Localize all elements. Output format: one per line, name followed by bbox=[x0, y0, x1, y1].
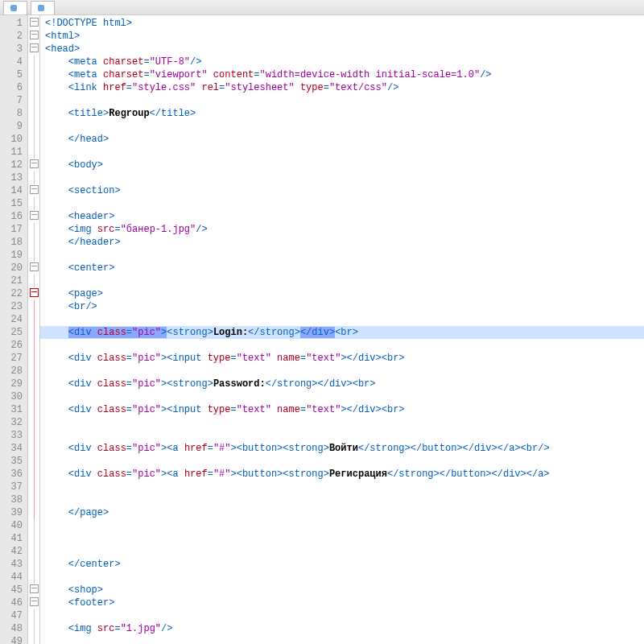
line-number: 28 bbox=[0, 365, 27, 378]
code-line[interactable]: <div class="pic"><input type="text" name… bbox=[40, 403, 644, 416]
tab-bar bbox=[0, 0, 644, 15]
code-line[interactable] bbox=[40, 493, 644, 506]
code-line[interactable]: <shop> bbox=[40, 584, 644, 597]
code-line-highlighted[interactable]: <div class="pic"><strong>Login:</strong>… bbox=[40, 326, 644, 339]
line-number: 32 bbox=[0, 416, 27, 429]
fold-cell bbox=[28, 545, 39, 558]
line-number: 18 bbox=[0, 236, 27, 249]
code-line[interactable]: <html> bbox=[40, 30, 644, 43]
line-number: 10 bbox=[0, 133, 27, 146]
line-number: 39 bbox=[0, 506, 27, 519]
fold-cell bbox=[28, 107, 39, 120]
code-line[interactable]: </head> bbox=[40, 133, 644, 146]
code-line[interactable]: </page> bbox=[40, 506, 644, 519]
code-line[interactable]: <page> bbox=[40, 287, 644, 300]
line-number: 2 bbox=[0, 30, 27, 43]
code-line[interactable]: <body> bbox=[40, 159, 644, 171]
fold-toggle-icon[interactable] bbox=[30, 159, 39, 168]
fold-cell bbox=[28, 249, 39, 262]
fold-cell bbox=[28, 326, 39, 339]
code-line[interactable]: </header> bbox=[40, 236, 644, 249]
code-line[interactable]: </center> bbox=[40, 558, 644, 571]
fold-toggle-icon[interactable] bbox=[30, 288, 39, 297]
line-number: 12 bbox=[0, 159, 27, 171]
fold-cell bbox=[28, 94, 39, 107]
fold-cell bbox=[28, 56, 39, 68]
code-line[interactable]: <img src="1.jpg"/> bbox=[40, 622, 644, 635]
code-line[interactable]: <head> bbox=[40, 43, 644, 56]
code-line[interactable] bbox=[40, 197, 644, 210]
code-line[interactable]: <div class="pic"><input type="text" name… bbox=[40, 352, 644, 365]
fold-cell bbox=[28, 159, 39, 171]
fold-cell bbox=[28, 287, 39, 300]
code-line[interactable]: <img src="банер-1.jpg"/> bbox=[40, 223, 644, 236]
code-line[interactable] bbox=[40, 481, 644, 493]
line-number: 30 bbox=[0, 390, 27, 403]
fold-toggle-icon[interactable] bbox=[30, 43, 39, 52]
code-line[interactable] bbox=[40, 609, 644, 622]
code-line[interactable] bbox=[40, 519, 644, 532]
code-line[interactable]: <link href="style.css" rel="stylesheet" … bbox=[40, 81, 644, 94]
code-line[interactable]: <br/> bbox=[40, 300, 644, 313]
code-line[interactable] bbox=[40, 545, 644, 558]
fold-cell bbox=[28, 300, 39, 313]
code-line[interactable]: <title>Regroup</title> bbox=[40, 107, 644, 120]
file-icon bbox=[10, 5, 17, 11]
fold-cell bbox=[28, 262, 39, 275]
code-line[interactable]: <meta charset="UTF-8"/> bbox=[40, 56, 644, 68]
code-line[interactable]: <meta charset="viewport" content="width=… bbox=[40, 68, 644, 81]
code-line[interactable]: <div class="pic"><a href="#"><button><st… bbox=[40, 468, 644, 481]
fold-toggle-icon[interactable] bbox=[30, 262, 39, 271]
fold-cell bbox=[28, 403, 39, 416]
code-line[interactable]: <div class="pic"><a href="#"><button><st… bbox=[40, 442, 644, 455]
code-line[interactable] bbox=[40, 390, 644, 403]
code-line[interactable] bbox=[40, 171, 644, 184]
code-line[interactable] bbox=[40, 635, 644, 644]
line-number: 35 bbox=[0, 455, 27, 468]
code-line[interactable] bbox=[40, 429, 644, 442]
code-line[interactable]: <footer> bbox=[40, 597, 644, 609]
code-line[interactable] bbox=[40, 313, 644, 326]
code-line[interactable] bbox=[40, 365, 644, 378]
code-line[interactable] bbox=[40, 339, 644, 352]
fold-cell bbox=[28, 81, 39, 94]
line-number: 1 bbox=[0, 17, 27, 30]
line-number: 7 bbox=[0, 94, 27, 107]
fold-cell bbox=[28, 481, 39, 493]
code-line[interactable] bbox=[40, 146, 644, 159]
code-line[interactable] bbox=[40, 416, 644, 429]
code-line[interactable] bbox=[40, 94, 644, 107]
line-number: 5 bbox=[0, 68, 27, 81]
code-line[interactable]: <header> bbox=[40, 210, 644, 223]
fold-cell bbox=[28, 584, 39, 597]
code-line[interactable] bbox=[40, 249, 644, 262]
code-line[interactable] bbox=[40, 571, 644, 584]
fold-toggle-icon[interactable] bbox=[30, 597, 39, 606]
fold-cell bbox=[28, 133, 39, 146]
line-number: 8 bbox=[0, 107, 27, 120]
editor-tab-2[interactable] bbox=[31, 1, 55, 14]
fold-toggle-icon[interactable] bbox=[30, 31, 39, 39]
code-area[interactable]: <!DOCTYPE html> <html> <head> <meta char… bbox=[40, 15, 644, 644]
code-line[interactable] bbox=[40, 120, 644, 133]
line-number: 47 bbox=[0, 609, 27, 622]
code-line[interactable]: <div class="pic"><strong>Password:</stro… bbox=[40, 378, 644, 390]
code-line[interactable] bbox=[40, 455, 644, 468]
fold-toggle-icon[interactable] bbox=[30, 18, 39, 27]
line-number: 42 bbox=[0, 545, 27, 558]
line-number: 43 bbox=[0, 558, 27, 571]
fold-toggle-icon[interactable] bbox=[30, 211, 39, 220]
line-number: 22 bbox=[0, 287, 27, 300]
fold-cell bbox=[28, 571, 39, 584]
code-line[interactable] bbox=[40, 275, 644, 287]
line-number: 44 bbox=[0, 571, 27, 584]
fold-cell bbox=[28, 171, 39, 184]
code-line[interactable] bbox=[40, 532, 644, 545]
fold-cell bbox=[28, 558, 39, 571]
code-line[interactable]: <!DOCTYPE html> bbox=[40, 17, 644, 30]
code-line[interactable]: <center> bbox=[40, 262, 644, 275]
editor-tab-1[interactable] bbox=[3, 1, 27, 14]
fold-toggle-icon[interactable] bbox=[30, 185, 39, 194]
code-line[interactable]: <section> bbox=[40, 184, 644, 197]
fold-toggle-icon[interactable] bbox=[30, 584, 39, 593]
